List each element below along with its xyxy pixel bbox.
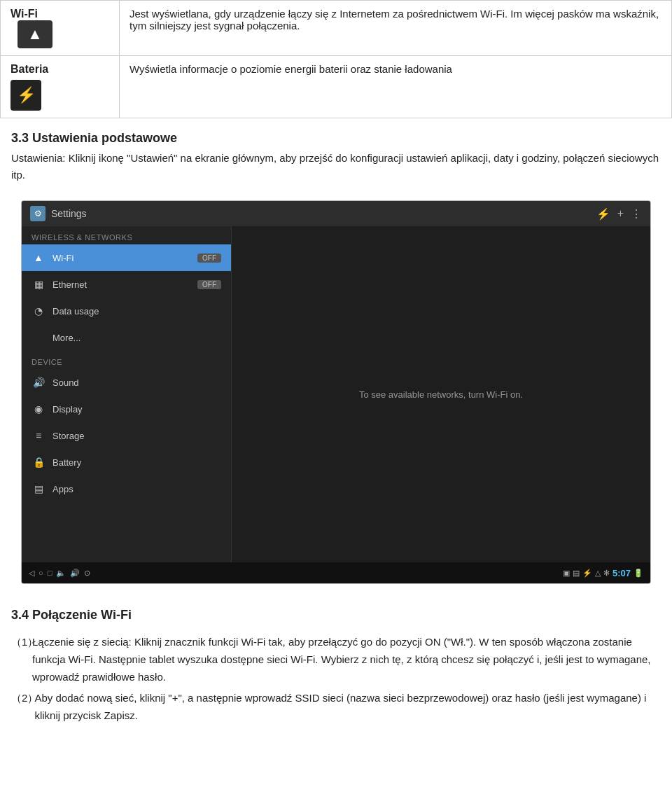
display-item-label: Display: [52, 404, 221, 415]
settings-topbar-title: Settings: [51, 208, 596, 219]
ethernet-off-badge: OFF: [197, 280, 221, 289]
section-3-3-text: Ustawienia: Kliknij ikonę "Ustawień" na …: [0, 150, 672, 193]
statusbar-warning-icon: △: [595, 569, 601, 578]
battery-item-label: Battery: [52, 457, 221, 468]
sidebar-item-battery[interactable]: 🔒 Battery: [22, 449, 231, 475]
statusbar-screenshot-icon: ▣: [563, 569, 570, 578]
statusbar-left: ◁ ○ □ 🔈 🔊 ⊙: [29, 569, 559, 578]
statusbar-vol-up-icon: 🔊: [70, 569, 80, 578]
section-3-4-steps: （1） Łączenie się z siecią: Kliknij znacz…: [0, 634, 672, 735]
settings-sidebar: WIRELESS & NETWORKS ▲ Wi-Fi OFF ▦ Ethern…: [22, 226, 232, 562]
sidebar-section-wireless: WIRELESS & NETWORKS: [22, 226, 231, 244]
topbar-flash-icon[interactable]: ⚡: [596, 207, 610, 221]
statusbar-bluetooth-icon: ✻: [603, 569, 610, 578]
ethernet-item-label: Ethernet: [52, 279, 192, 290]
step-2: （2） Aby dodać nową sieć, kliknij "+", a …: [11, 690, 661, 725]
wifi-label: Wi-Fi ▲: [1, 1, 120, 56]
wifi-description: Jest wyświetlana, gdy urządzenie łączy s…: [120, 1, 672, 56]
settings-app: ⚙ Settings ⚡ + ⋮ WIRELESS & NETWORKS ▲ W…: [22, 201, 650, 583]
battery-sidebar-icon: 🔒: [31, 455, 46, 469]
topbar-menu-icon[interactable]: ⋮: [631, 207, 642, 221]
statusbar-battery-icon: 🔋: [634, 569, 643, 578]
topbar-add-icon[interactable]: +: [617, 207, 624, 221]
wifi-row: Wi-Fi ▲ Jest wyświetlana, gdy urządzenie…: [1, 1, 672, 56]
wifi-sidebar-icon: ▲: [31, 251, 46, 265]
wifi-item-label: Wi-Fi: [52, 253, 192, 263]
sidebar-section-device: DEVICE: [22, 351, 231, 369]
sidebar-item-storage[interactable]: ≡ Storage: [22, 422, 231, 449]
section-3-3-heading: 3.3 Ustawienia podstawowe: [0, 118, 672, 150]
step-2-num: （2）: [11, 690, 34, 707]
apps-item-label: Apps: [52, 484, 221, 494]
statusbar-right: ▣ ▤ ⚡ △ ✻ 5:07 🔋: [563, 568, 643, 578]
data-usage-sidebar-icon: ◔: [31, 304, 46, 318]
statusbar-screen-icon: ⊙: [84, 569, 90, 578]
step-1: （1） Łączenie się z siecią: Kliknij znacz…: [11, 634, 661, 686]
statusbar-usb-icon: ⚡: [582, 569, 592, 578]
section-3-4: 3.4 Połączenie Wi-Fi: [0, 597, 672, 634]
apps-sidebar-icon: ▤: [31, 482, 46, 496]
battery-label: Bateria ⚡: [1, 56, 120, 118]
statusbar-recents-icon: □: [48, 569, 52, 577]
step-1-text: Łączenie się z siecią: Kliknij znacznik …: [32, 634, 661, 686]
wifi-off-badge: OFF: [197, 253, 221, 263]
sound-sidebar-icon: 🔊: [31, 375, 46, 389]
display-sidebar-icon: ◉: [31, 402, 46, 416]
more-item-label: More...: [52, 333, 221, 343]
sidebar-item-display[interactable]: ◉ Display: [22, 396, 231, 422]
sound-item-label: Sound: [52, 377, 221, 388]
step-2-text: Aby dodać nową sieć, kliknij "+", a nast…: [34, 690, 661, 725]
step-1-num: （1）: [11, 634, 32, 651]
ethernet-sidebar-icon: ▦: [31, 277, 46, 291]
sidebar-item-data-usage[interactable]: ◔ Data usage: [22, 298, 231, 324]
battery-description: Wyświetla informacje o poziomie energii …: [120, 56, 672, 118]
sidebar-item-ethernet[interactable]: ▦ Ethernet OFF: [22, 271, 231, 298]
wifi-icon: ▲: [18, 20, 52, 48]
wifi-prompt-text: To see available networks, turn Wi-Fi on…: [359, 389, 523, 400]
statusbar-back-icon: ◁: [29, 569, 34, 578]
more-sidebar-icon: [31, 331, 46, 345]
statusbar-time: 5:07: [612, 568, 631, 578]
settings-statusbar: ◁ ○ □ 🔈 🔊 ⊙ ▣ ▤ ⚡ △ ✻ 5:07 🔋: [22, 562, 650, 583]
statusbar-wifi-icon: ▤: [573, 569, 580, 578]
storage-item-label: Storage: [52, 431, 221, 441]
section-3-4-heading: 3.4 Połączenie Wi-Fi: [11, 608, 661, 623]
battery-icon: ⚡: [10, 80, 41, 111]
sidebar-item-more[interactable]: More...: [22, 324, 231, 351]
settings-topbar: ⚙ Settings ⚡ + ⋮: [22, 201, 650, 226]
settings-main-content: To see available networks, turn Wi-Fi on…: [232, 226, 650, 562]
battery-row: Bateria ⚡ Wyświetla informacje o poziomi…: [1, 56, 672, 118]
sidebar-item-wifi[interactable]: ▲ Wi-Fi OFF: [22, 244, 231, 271]
statusbar-vol-down-icon: 🔈: [56, 569, 66, 578]
settings-topbar-icons: ⚡ + ⋮: [596, 207, 642, 221]
settings-screenshot: ⚙ Settings ⚡ + ⋮ WIRELESS & NETWORKS ▲ W…: [21, 200, 651, 584]
settings-body: WIRELESS & NETWORKS ▲ Wi-Fi OFF ▦ Ethern…: [22, 226, 650, 562]
data-usage-item-label: Data usage: [52, 306, 221, 317]
sidebar-item-apps[interactable]: ▤ Apps: [22, 475, 231, 502]
storage-sidebar-icon: ≡: [31, 429, 46, 443]
sidebar-item-sound[interactable]: 🔊 Sound: [22, 369, 231, 396]
info-table: Wi-Fi ▲ Jest wyświetlana, gdy urządzenie…: [0, 0, 672, 118]
statusbar-home-icon: ○: [38, 569, 43, 577]
settings-app-icon: ⚙: [30, 206, 46, 221]
